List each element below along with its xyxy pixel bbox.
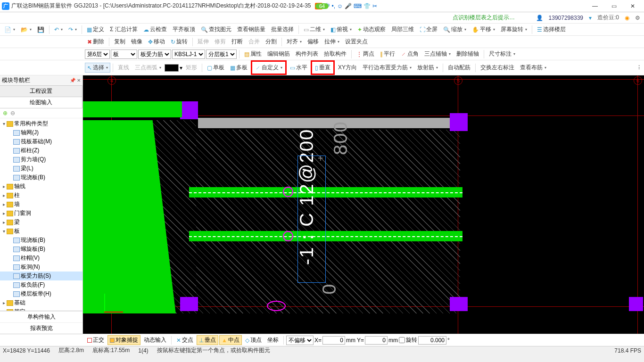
ime-punct-icon[interactable]: •, bbox=[332, 3, 336, 9]
toolbar-overflow[interactable]: ⠇ bbox=[638, 65, 642, 71]
break-button[interactable]: 打断 bbox=[229, 37, 245, 47]
y-input[interactable] bbox=[365, 336, 388, 345]
tab-report-preview[interactable]: 报表预览 bbox=[0, 322, 83, 334]
tree-folder[interactable]: ▸其它 bbox=[0, 307, 83, 311]
extend-button[interactable]: 延伸 bbox=[195, 37, 211, 47]
settings-icon[interactable]: ⚙ bbox=[635, 15, 640, 21]
tree-expand-icon[interactable]: ⊕ bbox=[3, 110, 8, 116]
ime-emoji-icon[interactable]: ☺ bbox=[337, 3, 343, 9]
local-3d-button[interactable]: 局部三维 bbox=[389, 25, 416, 34]
select-tool[interactable]: ↖选择▾ bbox=[85, 63, 110, 73]
layer-select[interactable]: 分层板1 bbox=[206, 49, 237, 59]
minimize-button[interactable]: — bbox=[586, 0, 604, 12]
tree-leaf[interactable]: 板负筋(F) bbox=[0, 280, 83, 289]
swap-label-tool[interactable]: 交换左右标注 bbox=[478, 63, 517, 73]
view-rebar-button[interactable]: 查看钢筋量 bbox=[235, 25, 268, 34]
tree-folder[interactable]: ▸基础 bbox=[0, 298, 83, 307]
category-select[interactable]: 板 bbox=[111, 49, 137, 59]
multi-slab-tool[interactable]: ▦多板 bbox=[228, 63, 250, 73]
member-tree[interactable]: ▾常用构件类型轴网(J)筏板基础(M)框柱(Z)剪力墙(Q)梁(L)现浇板(B)… bbox=[0, 118, 83, 311]
ortho-toggle[interactable]: 正交 bbox=[85, 335, 107, 345]
rotate-input[interactable] bbox=[418, 336, 446, 345]
align-button[interactable]: 对齐▾ bbox=[284, 37, 304, 47]
dyn-input-toggle[interactable]: 动态输入 bbox=[141, 335, 169, 345]
horizontal-tool[interactable]: ▭水平 bbox=[288, 63, 310, 73]
merge-button[interactable]: 合并 bbox=[246, 37, 262, 47]
arc-3pt-tool[interactable]: 三点画弧▾ bbox=[132, 63, 164, 73]
2d-button[interactable]: ▭二维▾ bbox=[301, 25, 327, 34]
top-view-button[interactable]: ◧俯视▾ bbox=[328, 25, 354, 34]
batch-select-button[interactable]: 批量选择 bbox=[269, 25, 296, 34]
tree-folder[interactable]: ▸梁 bbox=[0, 218, 83, 227]
undo-button[interactable]: ↶▾ bbox=[52, 25, 65, 34]
new-button[interactable]: 📄▾ bbox=[2, 25, 17, 34]
snap-perpendicular[interactable]: ⊥垂点 bbox=[197, 335, 218, 345]
tree-leaf[interactable]: 现浇板(B) bbox=[0, 173, 83, 182]
tree-leaf[interactable]: 梁(L) bbox=[0, 164, 83, 173]
user-id[interactable]: 13907298339 bbox=[549, 15, 583, 21]
auto-rebar-tool[interactable]: 自动配筋 bbox=[446, 63, 473, 73]
single-slab-tool[interactable]: ▢单板 bbox=[205, 63, 227, 73]
flat-top-button[interactable]: 平齐板顶 bbox=[170, 25, 198, 34]
pan-button[interactable]: ✋平移▾ bbox=[470, 25, 497, 34]
snap-intersection[interactable]: ✕交点 bbox=[174, 335, 196, 345]
radial-rebar-tool[interactable]: 放射筋▾ bbox=[415, 63, 440, 73]
delete-aux-axis-button[interactable]: 删除辅轴 bbox=[454, 49, 481, 59]
ime-skin-icon[interactable]: 👕 bbox=[363, 3, 371, 9]
copy-button[interactable]: 复制 bbox=[112, 37, 128, 47]
tree-folder[interactable]: ▾板 bbox=[0, 227, 83, 236]
custom-tool[interactable]: ⟋自定义▾ bbox=[251, 60, 287, 75]
osnap-toggle[interactable]: 对象捕捉 bbox=[107, 335, 140, 345]
drawing-canvas[interactable]: 4 5 6 D -1：C 12@200 800 bbox=[83, 75, 644, 334]
cloud-check-button[interactable]: ☁云检查 bbox=[141, 25, 169, 34]
tree-folder[interactable]: ▸墙 bbox=[0, 200, 83, 209]
member-list-button[interactable]: 构件列表 bbox=[293, 49, 321, 59]
tree-folder[interactable]: ▸门窗洞 bbox=[0, 209, 83, 218]
tree-leaf[interactable]: 板受力筋(S) bbox=[0, 272, 83, 280]
stretch-button[interactable]: 拉伸▾ bbox=[322, 37, 342, 47]
screen-rotate-button[interactable]: 屏幕旋转▾ bbox=[498, 25, 529, 34]
orbit-button[interactable]: ✦动态观察 bbox=[355, 25, 388, 34]
parallel-button[interactable]: ∥平行 bbox=[378, 49, 397, 59]
save-button[interactable]: 💾 bbox=[35, 25, 47, 34]
tree-leaf[interactable]: 楼层板带(H) bbox=[0, 289, 83, 298]
snap-apex[interactable]: ◇顶点 bbox=[243, 335, 264, 345]
color-swatch[interactable] bbox=[165, 64, 179, 72]
xy-direction-tool[interactable]: XY方向 bbox=[336, 63, 359, 73]
snap-midpoint[interactable]: ▲中点 bbox=[219, 335, 242, 345]
rotate-checkbox[interactable] bbox=[399, 337, 405, 343]
tree-leaf[interactable]: 现浇板(B) bbox=[0, 236, 83, 245]
tree-leaf[interactable]: 轴网(J) bbox=[0, 128, 83, 137]
x-input[interactable] bbox=[322, 336, 345, 345]
tab-project-settings[interactable]: 工程设置 bbox=[0, 86, 83, 97]
line-tool[interactable]: 直线 bbox=[116, 63, 132, 73]
tab-single-input[interactable]: 单构件输入 bbox=[0, 311, 83, 322]
tree-folder[interactable]: ▾常用构件类型 bbox=[0, 119, 83, 128]
move-button[interactable]: ✥移动 bbox=[146, 37, 167, 47]
mirror-button[interactable]: 镜像 bbox=[129, 37, 145, 47]
tree-leaf[interactable]: 柱帽(V) bbox=[0, 254, 83, 263]
ime-tool-icon[interactable]: ✂ bbox=[372, 3, 377, 9]
tab-drawing-input[interactable]: 绘图输入 bbox=[0, 97, 83, 108]
close-button[interactable]: ✕ bbox=[623, 0, 642, 12]
update-badge[interactable]: 64 bbox=[315, 3, 329, 9]
tree-leaf[interactable]: 框柱(Z) bbox=[0, 146, 83, 155]
rotate-button[interactable]: ↻旋转 bbox=[168, 37, 190, 47]
tree-leaf[interactable]: 螺旋板(B) bbox=[0, 245, 83, 254]
snap-coord[interactable]: 坐标 bbox=[265, 335, 281, 345]
vertical-tool[interactable]: ▯垂直 bbox=[311, 60, 335, 75]
tree-folder[interactable]: ▸轴线 bbox=[0, 182, 83, 191]
subcategory-select[interactable]: 板受力筋 bbox=[138, 49, 171, 59]
edit-rebar-button[interactable]: 编辑钢筋 bbox=[265, 49, 292, 59]
redo-button[interactable]: ↷▾ bbox=[66, 25, 79, 34]
attribute-button[interactable]: ▤属性 bbox=[242, 49, 264, 59]
offset-mode-select[interactable]: 不偏移 bbox=[286, 336, 314, 345]
open-button[interactable]: 📂▾ bbox=[18, 25, 34, 34]
fullscreen-button[interactable]: ⛶全屏 bbox=[417, 25, 440, 34]
delete-button[interactable]: ✖删除 bbox=[85, 37, 107, 47]
member-select[interactable]: KBSLJ-1 bbox=[172, 49, 205, 59]
ime-mic-icon[interactable]: 🎤 bbox=[345, 3, 352, 9]
tree-folder[interactable]: ▸柱 bbox=[0, 191, 83, 200]
maximize-button[interactable]: ▭ bbox=[604, 0, 623, 12]
edge-rebar-tool[interactable]: 平行边布置受力筋▾ bbox=[360, 63, 414, 73]
